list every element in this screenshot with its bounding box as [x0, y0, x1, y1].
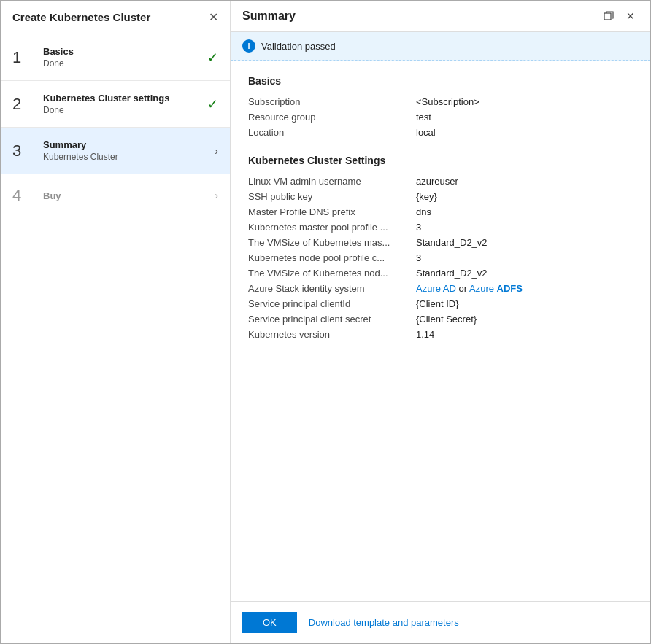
close-button[interactable]: ✕: [623, 8, 639, 24]
right-header: Summary ✕: [231, 1, 650, 32]
table-row: Azure Stack identity systemAzure AD or A…: [248, 281, 633, 296]
row-label: The VMSize of Kubernetes nod...: [248, 265, 416, 281]
step-item-1[interactable]: 2Kubernetes Cluster settingsDone✓: [1, 81, 230, 128]
window-controls: ✕: [601, 8, 639, 24]
table-row: Resource grouptest: [248, 109, 633, 125]
row-value: 3: [416, 220, 633, 235]
row-value: dns: [416, 204, 633, 220]
step-subtitle-2: Kubernetes Cluster: [43, 152, 209, 162]
step-name-0: Basics: [43, 46, 201, 57]
table-row: The VMSize of Kubernetes nod...Standard_…: [248, 265, 633, 281]
table-row: Service principal client secret{Client S…: [248, 311, 633, 327]
table-row: Kubernetes master pool profile ...3: [248, 220, 633, 235]
download-link[interactable]: Download template and parameters: [309, 617, 459, 628]
summary-content: BasicsSubscription<Subscription>Resource…: [231, 61, 650, 601]
left-panel-close-button[interactable]: ✕: [209, 12, 218, 23]
step-info-2: SummaryKubernetes Cluster: [43, 139, 209, 162]
left-panel-title: Create Kubernetes Cluster: [12, 11, 150, 23]
step-number-1: 2: [12, 95, 34, 114]
row-label: Azure Stack identity system: [248, 281, 416, 296]
step-info-0: BasicsDone: [43, 46, 201, 69]
section-title-1: Kubernetes Cluster Settings: [248, 155, 633, 166]
step-name-2: Summary: [43, 139, 209, 150]
main-window: Create Kubernetes Cluster ✕ 1BasicsDone✓…: [0, 0, 651, 644]
step-name-3: Buy: [43, 190, 209, 201]
table-row: SSH public key{key}: [248, 189, 633, 204]
row-label: Subscription: [248, 94, 416, 109]
step-subtitle-0: Done: [43, 58, 201, 69]
row-value: {Client ID}: [416, 296, 633, 311]
row-value: local: [416, 125, 633, 140]
row-label: Kubernetes version: [248, 327, 416, 342]
validation-bar: i Validation passed: [231, 32, 650, 61]
ok-button[interactable]: OK: [242, 612, 297, 633]
row-label: Master Profile DNS prefix: [248, 204, 416, 220]
row-value: test: [416, 109, 633, 125]
info-icon: i: [242, 39, 255, 53]
steps-list: 1BasicsDone✓2Kubernetes Cluster settings…: [1, 34, 230, 643]
right-panel-title: Summary: [242, 9, 296, 23]
row-value: 3: [416, 250, 633, 265]
row-label: Linux VM admin username: [248, 174, 416, 189]
table-row: Service principal clientId{Client ID}: [248, 296, 633, 311]
row-value: Standard_D2_v2: [416, 235, 633, 250]
step-number-0: 1: [12, 48, 34, 67]
table-row: Kubernetes version1.14: [248, 327, 633, 342]
step-number-2: 3: [12, 141, 34, 160]
row-label: Kubernetes node pool profile c...: [248, 250, 416, 265]
row-label: Location: [248, 125, 416, 140]
row-label: Kubernetes master pool profile ...: [248, 220, 416, 235]
row-label: Resource group: [248, 109, 416, 125]
table-row: Master Profile DNS prefixdns: [248, 204, 633, 220]
step-subtitle-1: Done: [43, 105, 201, 115]
step-check-icon-0: ✓: [207, 50, 218, 66]
row-label: The VMSize of Kubernetes mas...: [248, 235, 416, 250]
section-title-0: Basics: [248, 75, 633, 87]
step-info-1: Kubernetes Cluster settingsDone: [43, 93, 201, 115]
step-number-3: 4: [12, 186, 34, 205]
row-value: Standard_D2_v2: [416, 265, 633, 281]
row-value: 1.14: [416, 327, 633, 342]
left-panel: Create Kubernetes Cluster ✕ 1BasicsDone✓…: [1, 1, 231, 643]
row-label: Service principal clientId: [248, 296, 416, 311]
summary-table-0: Subscription<Subscription>Resource group…: [248, 94, 633, 140]
step-chevron-icon-2: ›: [215, 145, 218, 157]
step-item-0[interactable]: 1BasicsDone✓: [1, 34, 230, 81]
step-item-2[interactable]: 3SummaryKubernetes Cluster›: [1, 128, 230, 174]
table-row: Kubernetes node pool profile c...3: [248, 250, 633, 265]
table-row: Linux VM admin usernameazureuser: [248, 174, 633, 189]
row-value: {key}: [416, 189, 633, 204]
step-name-1: Kubernetes Cluster settings: [43, 93, 201, 104]
row-value: {Client Secret}: [416, 311, 633, 327]
table-row: Subscription<Subscription>: [248, 94, 633, 109]
row-label: Service principal client secret: [248, 311, 416, 327]
right-panel: Summary ✕ i Validation passed BasicsSubs…: [231, 1, 650, 643]
summary-table-1: Linux VM admin usernameazureuserSSH publ…: [248, 174, 633, 342]
left-header: Create Kubernetes Cluster ✕: [1, 1, 230, 34]
footer-bar: OK Download template and parameters: [231, 601, 650, 643]
restore-button[interactable]: [601, 8, 617, 24]
step-info-3: Buy: [43, 190, 209, 201]
step-check-icon-1: ✓: [207, 96, 218, 112]
row-value: Azure AD or Azure ADFS: [416, 281, 633, 296]
table-row: Locationlocal: [248, 125, 633, 140]
step-chevron-icon-3: ›: [215, 190, 218, 201]
row-value: azureuser: [416, 174, 633, 189]
row-label: SSH public key: [248, 189, 416, 204]
validation-text: Validation passed: [261, 41, 336, 52]
row-value: <Subscription>: [416, 94, 633, 109]
svg-rect-0: [604, 13, 611, 20]
step-item-3: 4Buy›: [1, 174, 230, 217]
table-row: The VMSize of Kubernetes mas...Standard_…: [248, 235, 633, 250]
